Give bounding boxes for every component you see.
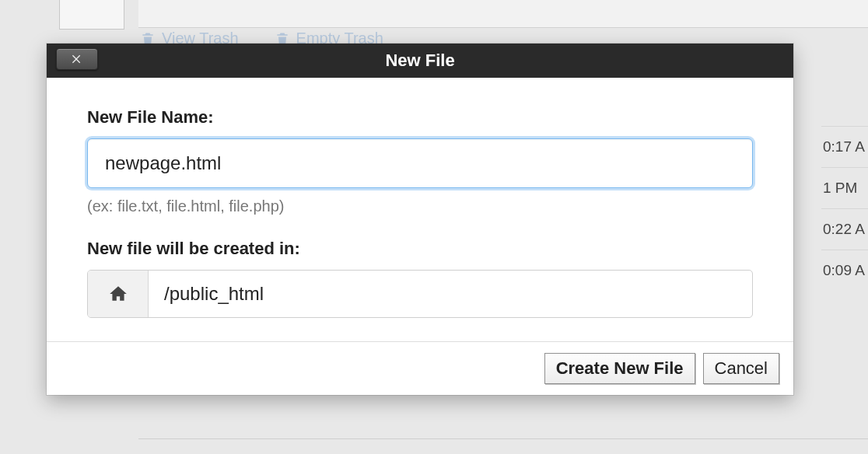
time-cell: 1 PM — [821, 167, 868, 208]
close-icon — [71, 53, 83, 65]
new-file-dialog: New File New File Name: (ex: file.txt, f… — [47, 44, 793, 395]
time-cell: 0:17 A — [821, 126, 868, 167]
cancel-button[interactable]: Cancel — [703, 353, 779, 384]
location-label: New file will be created in: — [87, 239, 753, 259]
background-divider — [138, 438, 868, 439]
home-icon — [107, 284, 129, 304]
background-tab-box — [59, 0, 124, 30]
create-new-file-button[interactable]: Create New File — [544, 353, 695, 384]
filename-input[interactable] — [87, 138, 753, 188]
background-toolbar-strip — [138, 0, 868, 28]
dialog-header: New File — [47, 44, 793, 78]
filename-label: New File Name: — [87, 107, 753, 127]
location-row: /public_html — [87, 270, 753, 318]
filename-hint: (ex: file.txt, file.html, file.php) — [87, 197, 753, 215]
location-path: /public_html — [149, 271, 752, 317]
dialog-footer: Create New File Cancel — [47, 341, 793, 395]
dialog-body: New File Name: (ex: file.txt, file.html,… — [47, 78, 793, 341]
home-button[interactable] — [88, 271, 149, 317]
time-cell: 0:09 A — [821, 250, 868, 291]
background-time-column: 0:17 A 1 PM 0:22 A 0:09 A — [821, 126, 868, 291]
time-cell: 0:22 A — [821, 208, 868, 250]
close-button[interactable] — [56, 48, 98, 70]
dialog-title: New File — [385, 51, 454, 71]
